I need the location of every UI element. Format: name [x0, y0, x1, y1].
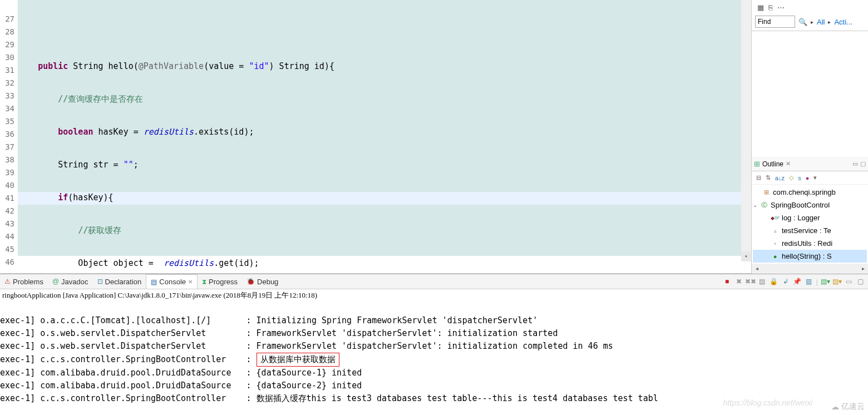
- progress-icon: ⧗: [202, 278, 206, 285]
- minimize-icon[interactable]: ▭: [852, 160, 858, 167]
- debug-icon: 🐞: [246, 278, 255, 285]
- declaration-icon: ⊡: [97, 278, 103, 285]
- problems-icon: ⚠: [4, 278, 11, 285]
- maximize-icon[interactable]: ▢: [860, 160, 866, 167]
- outline-field-testservice[interactable]: ▵ testService : Te: [753, 224, 867, 237]
- outline-hscroll[interactable]: ◂▸: [752, 264, 868, 274]
- remove-all-icon[interactable]: ✖✖: [746, 277, 755, 286]
- outline-field-log[interactable]: ◆SF log : Logger: [753, 211, 867, 224]
- find-input[interactable]: [755, 16, 795, 28]
- watermark-url: https://blog.csdn.net/weixi: [723, 398, 812, 407]
- code-area[interactable]: public String hello(@PathVariable(value …: [18, 0, 751, 273]
- hide-nonpublic-icon[interactable]: ●: [806, 175, 810, 181]
- outline-header: ⊞ Outline ✕ ▭ ▢: [752, 157, 868, 171]
- outline-package[interactable]: ⊞ com.chenqi.springb: [753, 186, 867, 199]
- next-icon[interactable]: ⎘: [768, 3, 773, 12]
- close-icon[interactable]: ✕: [188, 279, 193, 285]
- tab-debug[interactable]: 🐞Debug: [242, 274, 283, 289]
- bottom-panel: ⚠Problems @Javadoc ⊡Declaration ▤Console…: [0, 274, 868, 414]
- new-console-icon[interactable]: ▤▾: [832, 277, 841, 286]
- maximize-icon[interactable]: ▢: [856, 277, 865, 286]
- method-icon: ●: [771, 252, 780, 261]
- terminate-icon[interactable]: ■: [723, 277, 732, 286]
- highlighted-log: 从数据库中获取数据: [257, 353, 339, 367]
- code-editor[interactable]: 2728293031323334353637383940414243444546…: [0, 0, 751, 274]
- console-tabs: ⚠Problems @Javadoc ⊡Declaration ▤Console…: [0, 274, 868, 289]
- scroll-lock-icon[interactable]: 🔒: [770, 277, 778, 286]
- find-bar: ▦ ⎘ ⋯ 🔍 ▸ All ▸ Acti...: [752, 0, 868, 31]
- focus-icon[interactable]: ⊟: [756, 174, 761, 181]
- layout-icon[interactable]: ▦: [757, 3, 764, 12]
- tab-problems[interactable]: ⚠Problems: [0, 274, 48, 289]
- watermark: ☁亿速云: [831, 402, 865, 412]
- console-output[interactable]: exec-1] o.a.c.c.C.[Tomcat].[localhost].[…: [0, 302, 868, 414]
- cloud-icon: ☁: [831, 402, 839, 411]
- editor-vscroll[interactable]: ▾: [741, 0, 751, 261]
- hide-fields-icon[interactable]: ◇: [789, 174, 793, 181]
- hide-static-icon[interactable]: s: [798, 175, 801, 181]
- pin-console-icon[interactable]: 📌: [793, 277, 802, 286]
- class-icon: Ⓒ: [760, 201, 768, 210]
- outline-icon: ⊞: [754, 160, 760, 168]
- javadoc-icon: @: [52, 278, 59, 285]
- outline-title: Outline: [762, 160, 783, 168]
- next-arrow-icon[interactable]: ▸: [828, 19, 831, 25]
- expand-icon[interactable]: ⌄: [753, 202, 757, 208]
- display-sel-icon[interactable]: ▥: [805, 277, 813, 286]
- field-icon: ▵: [771, 226, 780, 235]
- outline-toolbar: ⊟ ⇅ a↓z ◇ s ● ▾: [752, 171, 868, 185]
- find-activate-link[interactable]: Acti...: [834, 18, 852, 26]
- search-icon[interactable]: 🔍: [798, 18, 807, 26]
- field-icon: ◆SF: [771, 214, 780, 223]
- remove-launch-icon[interactable]: ✖: [734, 277, 743, 286]
- word-wrap-icon[interactable]: ↲: [781, 277, 790, 286]
- field-icon: ▫: [771, 239, 780, 248]
- right-panel: ▦ ⎘ ⋯ 🔍 ▸ All ▸ Acti... ⊞ Outline ✕ ▭ ▢: [751, 0, 868, 274]
- open-console-icon[interactable]: ▤▾: [821, 277, 830, 286]
- tab-declaration[interactable]: ⊡Declaration: [93, 274, 146, 289]
- more-icon[interactable]: ⋯: [777, 3, 785, 12]
- find-all-link[interactable]: All: [817, 18, 825, 26]
- tab-progress[interactable]: ⧗Progress: [198, 274, 242, 289]
- hide-local-icon[interactable]: ▾: [813, 174, 817, 181]
- prev-arrow-icon[interactable]: ▸: [811, 19, 813, 25]
- outline-class[interactable]: ⌄ Ⓒ SpringBootControl: [753, 199, 867, 211]
- az-icon[interactable]: a↓z: [775, 175, 785, 181]
- tab-javadoc[interactable]: @Javadoc: [48, 274, 93, 289]
- package-icon: ⊞: [762, 188, 771, 197]
- outline-method-hello[interactable]: ● hello(String) : S: [753, 250, 867, 263]
- sort-icon[interactable]: ⇅: [766, 174, 771, 181]
- outline-field-redisutils[interactable]: ▫ redisUtils : Redi: [753, 237, 867, 250]
- tab-console[interactable]: ▤Console✕: [146, 274, 198, 289]
- console-header: ringbootApplication [Java Application] C…: [0, 289, 868, 302]
- minimize-icon[interactable]: ▭: [844, 277, 853, 286]
- clear-console-icon[interactable]: ▤: [758, 277, 767, 286]
- outline-tree[interactable]: ⊞ com.chenqi.springb ⌄ Ⓒ SpringBootContr…: [752, 185, 868, 264]
- console-icon: ▤: [151, 278, 157, 286]
- line-gutter: 2728293031323334353637383940414243444546: [0, 0, 18, 273]
